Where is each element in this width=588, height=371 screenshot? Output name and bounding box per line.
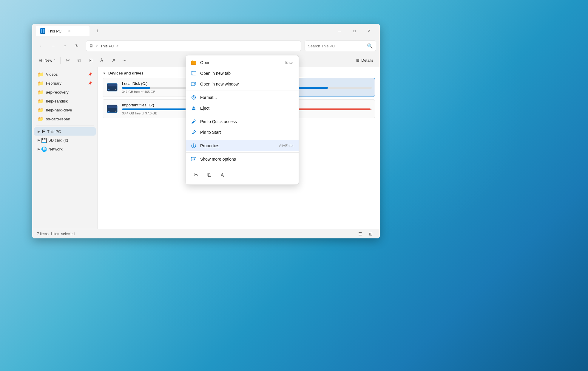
svg-rect-24 — [191, 61, 196, 65]
toolbar: ← → ↑ ↻ 🖥 > This PC > 🔍 — [32, 38, 380, 54]
ctx-pin-start[interactable]: Pin to Start — [186, 127, 299, 138]
ctx-copy-icon-btn[interactable]: ⧉ — [204, 170, 214, 180]
back-button[interactable]: ← — [36, 41, 47, 51]
ctx-eject[interactable]: Eject — [186, 103, 299, 114]
ctx-pin-quick[interactable]: Pin to Quick access — [186, 116, 299, 127]
address-separator-1: > — [96, 44, 98, 48]
tab-close-button[interactable]: ✕ — [66, 28, 72, 34]
ctx-properties[interactable]: Properties Alt+Enter — [186, 140, 299, 151]
share-button[interactable]: ↗ — [108, 55, 118, 66]
svg-rect-27 — [191, 83, 195, 86]
ctx-format[interactable]: Format... — [186, 92, 299, 103]
ctx-bottom-divider — [186, 166, 299, 166]
ctx-open-new-window-label: Open in new window — [200, 82, 294, 86]
active-tab[interactable]: This PC ✕ — [36, 26, 89, 36]
svg-point-18 — [115, 111, 116, 111]
action-divider-1 — [60, 57, 61, 64]
rename-button[interactable]: Ａ — [96, 55, 107, 66]
sidebar-item-sd-card-repair[interactable]: 📁 sd-card-repair — [34, 115, 96, 123]
pin-icon: 📌 — [88, 81, 92, 85]
this-pc-icon: 🖥 — [41, 129, 46, 134]
sd-card-icon: 💾 — [41, 137, 47, 143]
more-button[interactable]: ··· — [119, 55, 130, 66]
address-path: This PC — [100, 44, 114, 48]
details-button[interactable]: ⊞ Details — [353, 56, 376, 64]
svg-rect-28 — [192, 109, 195, 110]
svg-rect-2 — [41, 31, 42, 33]
selected-count: 1 item selected — [50, 232, 75, 236]
sidebar-item-this-pc[interactable]: ▶ 🖥 This PC — [34, 127, 96, 136]
up-button[interactable]: ↑ — [60, 41, 70, 51]
ctx-divider-4 — [186, 152, 299, 153]
drive-hdd-icon — [106, 81, 118, 94]
sidebar-item-network[interactable]: ▶ 🌐 Network — [34, 145, 96, 153]
ctx-open[interactable]: Open Enter — [186, 57, 299, 68]
forward-button[interactable]: → — [48, 41, 58, 51]
grid-view-button[interactable]: ⊞ — [367, 230, 375, 238]
minimize-button[interactable]: ─ — [333, 26, 346, 36]
svg-point-8 — [115, 89, 116, 90]
items-count: 7 items — [37, 232, 49, 236]
folder-icon: 📁 — [38, 80, 44, 86]
new-button[interactable]: ⊕ New ˅ — [36, 56, 58, 65]
ctx-show-more[interactable]: Show more options — [186, 154, 299, 164]
sidebar-item-label: SD card (I:) — [48, 138, 68, 142]
address-bar-icon: 🖥 — [89, 44, 93, 48]
search-bar[interactable]: 🔍 — [305, 41, 376, 51]
folder-icon: 📁 — [38, 107, 44, 113]
sidebar-item-label: help-hard-drive — [46, 108, 72, 112]
svg-rect-6 — [108, 89, 109, 90]
context-menu: Open Enter Open in new tab Open in new w… — [186, 55, 299, 185]
ctx-show-more-label: Show more options — [200, 157, 294, 162]
address-separator-2: > — [116, 44, 118, 48]
svg-rect-0 — [41, 29, 42, 31]
ctx-open-shortcut: Enter — [285, 60, 294, 65]
copy-button[interactable]: ⧉ — [74, 55, 84, 66]
tab-title: This PC — [48, 29, 61, 33]
ctx-cut-icon-btn[interactable]: ✂ — [191, 170, 201, 180]
ctx-divider-3 — [186, 139, 299, 139]
svg-rect-3 — [43, 31, 44, 33]
ctx-divider-1 — [186, 91, 299, 91]
sidebar-item-february[interactable]: 📁 February 📌 — [34, 79, 96, 88]
ctx-pin-start-label: Pin to Start — [200, 130, 294, 135]
drive-c-bar-fill — [122, 87, 150, 89]
close-button[interactable]: ✕ — [362, 26, 376, 36]
folder-icon: 📁 — [38, 98, 44, 104]
sidebar-item-videos[interactable]: 📁 Videos 📌 — [34, 70, 96, 79]
ctx-rename-icon-btn[interactable]: Ａ — [217, 170, 228, 180]
status-bar: 7 items 1 item selected ☰ ⊞ — [32, 229, 380, 238]
search-input[interactable] — [308, 44, 365, 48]
ctx-open-label: Open — [200, 60, 282, 65]
folder-icon: 📁 — [38, 72, 44, 77]
sidebar-item-help-sandisk[interactable]: 📁 help-sandisk — [34, 97, 96, 105]
sidebar-item-label: Videos — [46, 72, 58, 77]
folder-icon: 📁 — [38, 116, 44, 122]
ctx-open-new-window[interactable]: Open in new window — [186, 79, 299, 89]
title-bar: This PC ✕ + ─ □ ✕ — [32, 24, 380, 38]
network-icon: 🌐 — [41, 146, 47, 152]
open-icon — [191, 60, 197, 66]
sidebar-item-sd-card[interactable]: ▶ 💾 SD card (I:) — [34, 136, 96, 145]
tab-icon — [40, 28, 45, 34]
expand-icon: ▶ — [38, 130, 40, 134]
drive-g-bar-fill — [122, 108, 191, 110]
maximize-button[interactable]: □ — [348, 26, 361, 36]
ctx-pin-quick-label: Pin to Quick access — [200, 119, 294, 124]
list-view-button[interactable]: ☰ — [356, 230, 364, 238]
address-bar[interactable]: 🖥 > This PC > — [86, 41, 301, 51]
sidebar-item-label: help-sandisk — [46, 99, 68, 103]
paste-button[interactable]: ⊡ — [85, 55, 96, 66]
sidebar-item-label: Network — [48, 147, 63, 151]
cut-button[interactable]: ✂ — [62, 55, 73, 66]
ctx-open-new-tab[interactable]: Open in new tab — [186, 68, 299, 79]
ctx-open-new-tab-label: Open in new tab — [200, 71, 294, 76]
ctx-divider-2 — [186, 115, 299, 115]
new-icon: ⊕ — [39, 58, 43, 63]
new-tab-button[interactable]: + — [92, 26, 102, 36]
sidebar-item-help-hard-drive[interactable]: 📁 help-hard-drive — [34, 106, 96, 114]
sidebar-item-aep-recovery[interactable]: 📁 aep-recovery — [34, 88, 96, 97]
expand-icon: ▶ — [38, 138, 40, 142]
view-controls: ☰ ⊞ — [356, 230, 375, 238]
refresh-button[interactable]: ↻ — [72, 41, 82, 51]
